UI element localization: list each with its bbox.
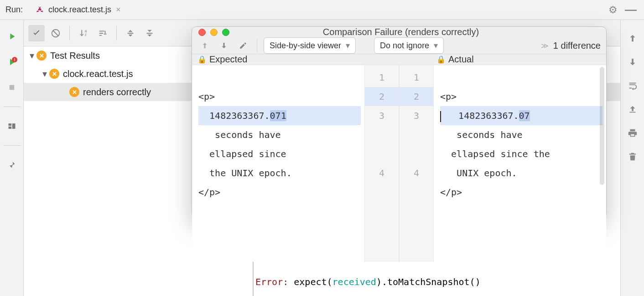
expected-header: Expected — [209, 54, 247, 65]
scrollbar[interactable] — [600, 67, 604, 185]
code-line: 1482363367.07 — [440, 106, 602, 125]
viewer-mode-label: Side-by-side viewer — [270, 41, 341, 51]
trash-icon[interactable] — [626, 150, 639, 163]
lock-icon: 🔒 — [197, 55, 207, 64]
export-icon[interactable] — [626, 103, 639, 116]
show-ignored-toggle[interactable] — [47, 25, 64, 41]
run-play-icon[interactable] — [5, 30, 18, 43]
nav-down-icon[interactable] — [626, 56, 639, 68]
code-line: UNIX epoch. — [440, 163, 602, 183]
svg-rect-4 — [8, 127, 11, 129]
lock-icon: 🔒 — [436, 55, 446, 64]
collapse-all-icon[interactable] — [141, 25, 158, 41]
run-config-tab[interactable]: clock.react.test.js × — [31, 2, 125, 18]
window-min-icon[interactable] — [210, 29, 218, 36]
sort-duration-icon[interactable] — [94, 25, 111, 41]
expected-code[interactable]: <p> 1482363367.071 seconds have ellapsed… — [192, 65, 364, 262]
jest-icon — [36, 5, 46, 15]
status-fail-icon — [36, 51, 47, 61]
tree-file-label: clock.react.test.js — [63, 69, 133, 79]
diff-count-label: 1 difference — [553, 41, 601, 51]
run-config-tab-label: clock.react.test.js — [48, 5, 111, 15]
error-keyword: Error: — [255, 276, 288, 287]
pin-icon[interactable] — [5, 158, 18, 171]
prev-diff-icon[interactable] — [197, 38, 212, 53]
run-tab-bar: Run: clock.react.test.js × ⚙ — — [0, 0, 644, 20]
chevron-right-icon: ≫ — [541, 41, 549, 50]
code-line: 1482363367.071 — [198, 106, 361, 125]
code-line: ellapsed since the — [440, 144, 602, 163]
code-line: ellapsed since — [198, 144, 361, 163]
settings-gear-icon[interactable]: ⚙ — [605, 4, 621, 16]
code-line: </p> — [198, 183, 361, 202]
window-zoom-icon[interactable] — [222, 29, 229, 36]
print-icon[interactable] — [626, 127, 639, 139]
run-label: Run: — [4, 5, 23, 15]
expand-all-icon[interactable] — [122, 25, 139, 41]
error-text: expect( — [288, 276, 332, 287]
comparison-dialog: Comparison Failure (renders correctly) S… — [192, 26, 607, 218]
show-passed-toggle[interactable] — [28, 25, 45, 41]
edit-icon[interactable] — [236, 38, 250, 53]
text-caret — [440, 111, 441, 122]
diff-code-area: <p> 1482363367.071 seconds have ellapsed… — [192, 65, 606, 262]
error-text: ).toMatchSnapshot() — [376, 276, 481, 287]
svg-rect-2 — [9, 85, 14, 90]
close-tab-icon[interactable]: × — [116, 5, 121, 15]
window-close-icon[interactable] — [198, 29, 206, 36]
error-received: received — [332, 276, 376, 287]
stop-icon[interactable] — [5, 81, 18, 94]
window-traffic-lights — [198, 29, 229, 36]
actual-code[interactable]: <p> 1482363367.07 seconds have ellapsed … — [434, 65, 606, 262]
chevron-down-icon: ▾ — [346, 41, 350, 51]
diff-headers: 🔒 Expected 🔒 Actual — [192, 54, 606, 65]
minimize-icon[interactable]: — — [621, 3, 640, 17]
svg-text:z: z — [85, 33, 87, 37]
ignore-mode-dropdown[interactable]: Do not ignore ▾ — [374, 37, 444, 54]
dialog-titlebar: Comparison Failure (renders correctly) — [192, 27, 606, 37]
tree-root-label: Test Results — [50, 51, 100, 61]
right-action-gutter — [620, 20, 644, 296]
sort-alpha-icon[interactable]: az — [75, 25, 92, 41]
chevron-down-icon: ▾ — [434, 41, 438, 51]
status-fail-icon — [69, 87, 79, 97]
ignore-mode-label: Do not ignore — [380, 41, 429, 51]
dialog-title: Comparison Failure (renders correctly) — [234, 27, 568, 37]
svg-rect-3 — [8, 123, 11, 126]
code-line: <p> — [440, 87, 602, 106]
line-gutter-right: 1 2 3 4 — [399, 65, 434, 262]
tree-test-label: renders correctly — [83, 87, 151, 97]
dialog-toolbar: Side-by-side viewer ▾ Do not ignore ▾ ≫ … — [192, 37, 606, 54]
svg-rect-5 — [12, 123, 15, 129]
next-diff-icon[interactable] — [217, 38, 231, 53]
svg-text:!: ! — [14, 57, 15, 62]
viewer-mode-dropdown[interactable]: Side-by-side viewer ▾ — [264, 37, 356, 54]
nav-up-icon[interactable] — [626, 32, 639, 45]
rerun-failed-icon[interactable]: ! — [5, 56, 18, 68]
status-fail-icon — [49, 69, 59, 79]
code-line: seconds have — [198, 125, 361, 144]
code-line: </p> — [440, 183, 602, 202]
code-line: seconds have — [440, 125, 602, 144]
actual-header: Actual — [448, 54, 474, 65]
layout-icon[interactable] — [5, 120, 18, 133]
left-action-gutter: ! — [0, 20, 24, 296]
code-line: the UNIX epoch. — [198, 163, 361, 183]
tree-twistie-icon[interactable]: ▾ — [27, 50, 36, 61]
code-line: <p> — [198, 87, 361, 106]
tree-twistie-icon[interactable]: ▾ — [40, 68, 49, 79]
wrap-icon[interactable] — [626, 79, 639, 92]
diff-count: ≫ 1 difference — [541, 41, 601, 51]
line-gutter-left: 1 2 3 4 — [364, 65, 399, 262]
svg-line-7 — [53, 31, 58, 36]
